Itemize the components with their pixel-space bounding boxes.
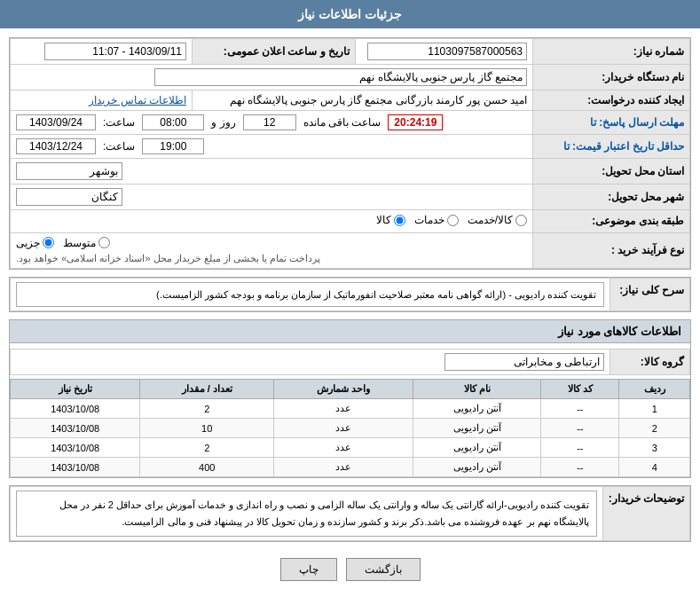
shomareNiaz-label: شماره نیاز: xyxy=(533,39,690,65)
sarhKoli-label: سرح کلی نیاز: xyxy=(610,278,690,311)
tozihat-box: تقویت کننده رادیویی-ارائه گارانتی یک سال… xyxy=(16,491,597,536)
tarikh-value: 1403/09/11 - 11:07 xyxy=(11,39,193,65)
table-row: 4--آنتن رادیوییعدد4001403/10/08 xyxy=(11,458,690,477)
page-header: جزئیات اطلاعات نیاز xyxy=(0,0,700,28)
mohlat-roz-input: 12 xyxy=(243,114,296,130)
hadaqal-row: 19:00 ساعت: 1403/12/24 xyxy=(11,135,533,159)
sarhKoli-scrollbox: تقویت کننده رادیویی - (ارائه گواهی نامه … xyxy=(16,282,604,308)
namDastgah-label: نام دستگاه خریدار: xyxy=(533,65,690,90)
main-form-section: شماره نیاز: 1103097587000563 تاریخ و ساع… xyxy=(9,37,691,270)
col-code: کد کالا xyxy=(541,380,619,399)
table-row: 1--آنتن رادیوییعدد21403/10/08 xyxy=(11,399,690,419)
mohlat-row: 20:24:19 ساعت باقی مانده 12 روز و 08:00 … xyxy=(11,111,533,135)
hadaqal-saat-label: ساعت: xyxy=(103,140,135,153)
ettelaat-link[interactable]: اطلاعات تماس خریدار xyxy=(89,94,186,106)
shomareNiaz-value: 1103097587000563 xyxy=(356,39,533,65)
namDastgah-input: مجتمع گاز پارس جنوبی پالایشگاه نهم xyxy=(154,68,527,86)
tarikh-label: تاریخ و ساعت اعلان عمومی: xyxy=(192,39,355,65)
col-qty: تعداد / مقدار xyxy=(140,380,274,399)
kalaha-title: اطلاعات کالاهای مورد نیاز xyxy=(10,320,690,343)
tozihat-section: توضیحات خریدار: تقویت کننده رادیویی-ارائ… xyxy=(9,485,691,541)
mohlat-roz-label: روز و xyxy=(211,116,235,129)
mohlat-label: مهلت ارسال پاسخ: تا xyxy=(533,111,690,135)
table-row: 2--آنتن رادیوییعدد101403/10/08 xyxy=(11,419,690,438)
col-unit: واحد شمارش xyxy=(274,380,413,399)
mohlat-saat-label: ساعت: xyxy=(103,116,135,129)
sarhKoli-value: تقویت کننده رادیویی - (ارائه گواهی نامه … xyxy=(11,278,610,311)
mohlat-date-input: 1403/09/24 xyxy=(16,114,96,130)
radio-kala-khadamat[interactable]: کالا/خدمت xyxy=(468,214,527,226)
payment-note: پرداخت تمام یا بخشی از مبلغ خریدار محل «… xyxy=(16,253,320,264)
tozihat-label: توضیحات خریدار: xyxy=(602,487,689,540)
kala-table: ردیف کد کالا نام کالا واحد شمارش تعداد /… xyxy=(10,379,690,477)
main-form-table: شماره نیاز: 1103097587000563 تاریخ و ساع… xyxy=(10,38,690,269)
groh-kala-label: گروه کالا: xyxy=(610,349,690,375)
nawFarayand-label: نوع فرآیند خرید : xyxy=(533,232,690,268)
radio-khadamat[interactable]: خدمات xyxy=(414,214,459,226)
radio-jozi[interactable]: جزیی xyxy=(16,237,54,249)
page-container: جزئیات اطلاعات نیاز شماره نیاز: 11030975… xyxy=(0,0,700,589)
ijadKonande-value: امید حسن پور کارمند بازرگانی مجتمع گاز پ… xyxy=(192,90,532,111)
tarikh-input: 1403/09/11 - 11:07 xyxy=(44,43,186,60)
mohlat-timer: 20:24:19 xyxy=(388,114,443,130)
shahr-value: کنگان xyxy=(11,185,533,210)
ijadKonande-label: ایجاد کننده درخواست: xyxy=(533,90,690,111)
mohlat-saat-input: 08:00 xyxy=(142,114,204,130)
radio-motevaset[interactable]: متوسط xyxy=(63,237,110,249)
btn-bazgasht[interactable]: بازگشت xyxy=(346,558,421,581)
tozihat-value: تقویت کننده رادیویی-ارائه گارانتی یک سال… xyxy=(11,487,603,540)
kalaha-section: اطلاعات کالاهای مورد نیاز گروه کالا: ارت… xyxy=(9,319,691,478)
shomareNiaz-input: 1103097587000563 xyxy=(367,43,527,60)
groh-kala-input: ارتباطی و مخابراتی xyxy=(444,353,604,371)
radio-kala[interactable]: کالا xyxy=(376,214,405,226)
sarh-koli-section: سرح کلی نیاز: تقویت کننده رادیویی - (ارا… xyxy=(9,277,691,313)
groh-kala-value: ارتباطی و مخابراتی xyxy=(11,349,610,375)
btn-chap[interactable]: چاپ xyxy=(280,558,337,581)
header-title: جزئیات اطلاعات نیاز xyxy=(298,7,402,21)
col-radif: ردیف xyxy=(619,380,690,399)
hadaqal-label: حداقل تاریخ اعتبار قیمت: تا xyxy=(533,135,690,159)
mohlat-mande-label: ساعت باقی مانده xyxy=(303,116,381,129)
table-row: 3--آنتن رادیوییعدد21403/10/08 xyxy=(11,438,690,458)
nawFarayand-value: متوسط جزیی پرداخت تمام یا بخشی از مبلغ خ… xyxy=(11,232,533,268)
shahr-input: کنگان xyxy=(16,188,122,206)
ostan-value: بوشهر xyxy=(11,159,533,185)
ostan-label: استان محل تحویل: xyxy=(533,159,690,185)
namDastgah-value: مجتمع گاز پارس جنوبی پالایشگاه نهم xyxy=(11,65,533,90)
ostan-input: بوشهر xyxy=(16,162,122,180)
col-name: نام کالا xyxy=(413,380,541,399)
hadaqal-date-input: 1403/12/24 xyxy=(16,138,96,154)
button-row: بازگشت چاپ xyxy=(9,549,691,589)
hadaqal-saat-input: 19:00 xyxy=(142,138,204,154)
tabaghebandi-value: کالا/خدمت خدمات کالا xyxy=(11,210,533,233)
ettelaat-link-cell: اطلاعات تماس خریدار xyxy=(11,90,193,111)
shahr-label: شهر محل تحویل: xyxy=(533,185,690,210)
col-date: تاریخ نیاز xyxy=(11,380,140,399)
tabaghebandi-label: طبقه بندی موضوعی: xyxy=(533,210,690,233)
